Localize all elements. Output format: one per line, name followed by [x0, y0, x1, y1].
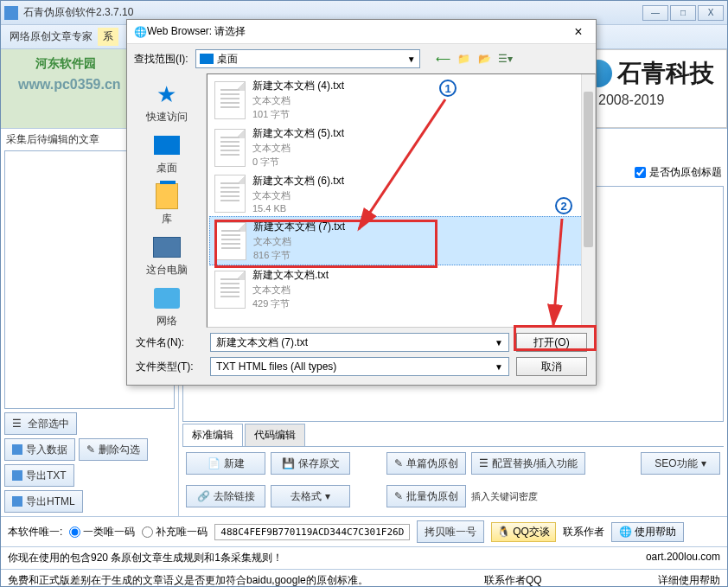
tab-code[interactable]: 代码编辑	[245, 424, 305, 446]
place-library-label: 库	[162, 212, 172, 227]
single-fake-button[interactable]: ✎单篇伪原创	[386, 452, 466, 475]
place-network-label: 网络	[156, 314, 177, 329]
qq-icon: 🐧	[497, 526, 510, 538]
delete-selected-button[interactable]: ✎删除勾选	[79, 438, 148, 461]
new-icon: 📄	[208, 457, 220, 469]
place-desktop-label: 桌面	[156, 161, 177, 175]
file-name: 新建文本文档 (5).txt	[252, 126, 344, 141]
radio-uid-1[interactable]: 一类唯一码	[69, 525, 135, 539]
brand-name: 石青科技	[617, 57, 714, 90]
svg-line-0	[359, 99, 445, 229]
new-folder-icon[interactable]: 📂	[477, 51, 493, 67]
place-library[interactable]: 库	[127, 179, 206, 230]
file-size: 101 字节	[252, 108, 344, 121]
editor-tabs: 标准编辑 代码编辑	[182, 424, 724, 447]
contact-author-text: 联系作者	[563, 525, 604, 539]
file-name: 新建文本文档 (4).txt	[252, 79, 344, 93]
filetype-combo[interactable]: TXT HTML files (All types) ▼	[210, 357, 509, 376]
cancel-button[interactable]: 取消	[516, 357, 587, 376]
new-button[interactable]: 📄新建	[186, 452, 265, 475]
remove-link-label: 去除链接	[214, 489, 255, 504]
delete-label: 删除勾选	[99, 443, 140, 457]
view-icon[interactable]: ☰▾	[498, 51, 514, 67]
detailed-help-link[interactable]: 详细使用帮助	[658, 573, 720, 587]
file-name: 新建文本文档.txt	[252, 268, 329, 283]
config-replace-label: 配置替换/插入功能	[492, 456, 578, 471]
version-diff-info: 免费和正式版差别在于生成的文章语义是否更加符合baidu,google的原创标准…	[8, 573, 368, 587]
file-name: 新建文本文档 (6).txt	[252, 174, 344, 188]
save-button[interactable]: 💾保存原文	[271, 452, 350, 475]
filetype-label: 文件类型(T):	[136, 360, 203, 374]
batch-fake-button[interactable]: ✎批量伪原创	[386, 485, 466, 507]
qq-chat-button[interactable]: 🐧QQ交谈	[491, 522, 556, 542]
help-button[interactable]: 🌐使用帮助	[611, 522, 684, 542]
scrollbar-thumb[interactable]	[584, 92, 593, 247]
txt-file-icon	[214, 81, 246, 119]
file-list-scrollbar[interactable]	[581, 74, 595, 327]
wand-icon: ✎	[394, 457, 403, 469]
export-txt-button[interactable]: 导出TXT	[4, 464, 74, 487]
dialog-title: Web Browser: 请选择	[147, 24, 568, 39]
network-icon	[154, 288, 180, 309]
export-html-button[interactable]: 导出HTML	[4, 490, 83, 513]
file-size: 0 字节	[252, 156, 344, 169]
menu-item-2[interactable]: 系	[98, 28, 118, 46]
import-button[interactable]: 导入数据	[4, 438, 75, 461]
filename-label: 文件名(N):	[136, 335, 203, 350]
company-years: 司2008-2019	[584, 92, 714, 110]
callout-1: 1	[439, 80, 457, 97]
combo-arrow-icon: ▼	[495, 362, 503, 372]
file-type: 文本文档	[252, 189, 344, 202]
uid-value[interactable]: 488C4FEF9B770119ACD344C7C301F26D	[214, 524, 410, 540]
place-network[interactable]: 网络	[127, 281, 206, 332]
export-html-icon	[12, 496, 22, 507]
statusbar-3: 免费和正式版差别在于生成的文章语义是否更加符合baidu,google的原创标准…	[1, 569, 727, 587]
delete-icon: ✎	[86, 443, 95, 456]
tab-standard[interactable]: 标准编辑	[182, 424, 243, 446]
export-html-label: 导出HTML	[26, 494, 75, 509]
fake-title-check[interactable]	[635, 167, 646, 178]
seo-label: SEO功能	[655, 456, 697, 471]
window-title: 石青伪原创软件2.3.7.10	[23, 5, 642, 20]
filename-input[interactable]: 新建文本文档 (7).txt ▼	[210, 333, 509, 352]
library-icon	[156, 183, 178, 209]
maximize-button[interactable]: □	[670, 5, 696, 21]
app-icon	[4, 6, 18, 20]
watermark-url: www.pc0359.cn	[18, 77, 121, 93]
close-button[interactable]: X	[698, 5, 724, 21]
place-desktop[interactable]: 桌面	[127, 128, 206, 179]
seo-button[interactable]: SEO功能▾	[641, 452, 720, 475]
arrow-1	[346, 95, 458, 245]
website-link[interactable]: oart.200lou.com	[646, 551, 720, 563]
place-quick-access[interactable]: ★ 快速访问	[127, 77, 206, 128]
contact-qq-label[interactable]: 联系作者QQ	[484, 573, 542, 587]
remove-fmt-label: 去格式	[291, 489, 322, 504]
fake-title-checkbox[interactable]: 是否伪原创标题	[635, 165, 722, 180]
dialog-close-button[interactable]: ×	[568, 24, 589, 40]
select-all-button[interactable]: ☰全部选中	[4, 412, 77, 435]
export-txt-label: 导出TXT	[26, 469, 67, 483]
new-label: 新建	[224, 456, 245, 471]
lookin-combo[interactable]: 桌面 ▼	[195, 49, 420, 68]
radio-uid-2[interactable]: 补充唯一码	[142, 525, 208, 539]
config-replace-button[interactable]: ☰配置替换/插入功能	[471, 452, 585, 475]
arrow-2	[536, 214, 579, 338]
minimize-button[interactable]: —	[642, 5, 668, 21]
keyword-density-label: 插入关键词密度	[471, 490, 538, 503]
import-label: 导入数据	[26, 443, 67, 457]
svg-line-1	[553, 219, 562, 325]
file-type: 文本文档	[252, 284, 329, 297]
statusbar-1: 本软件唯一: 一类唯一码 补充唯一码 488C4FEF9B770119ACD34…	[1, 516, 727, 546]
remove-format-button[interactable]: 去格式▾	[271, 485, 350, 507]
place-thispc[interactable]: 这台电脑	[127, 230, 206, 281]
dropdown-arrow-icon: ▾	[701, 457, 706, 469]
import-icon	[12, 444, 22, 455]
place-thispc-label: 这台电脑	[146, 263, 188, 278]
up-icon[interactable]: 📁	[457, 51, 472, 67]
remove-link-button[interactable]: 🔗去除链接	[186, 485, 265, 507]
save-label: 保存原文	[298, 456, 340, 471]
menu-item-1[interactable]: 网络原创文章专家	[4, 28, 98, 46]
copy-uid-button[interactable]: 拷贝唯一号	[417, 520, 484, 543]
brand-logo: 石青科技	[584, 57, 714, 90]
back-icon[interactable]: ⟵	[436, 51, 451, 67]
